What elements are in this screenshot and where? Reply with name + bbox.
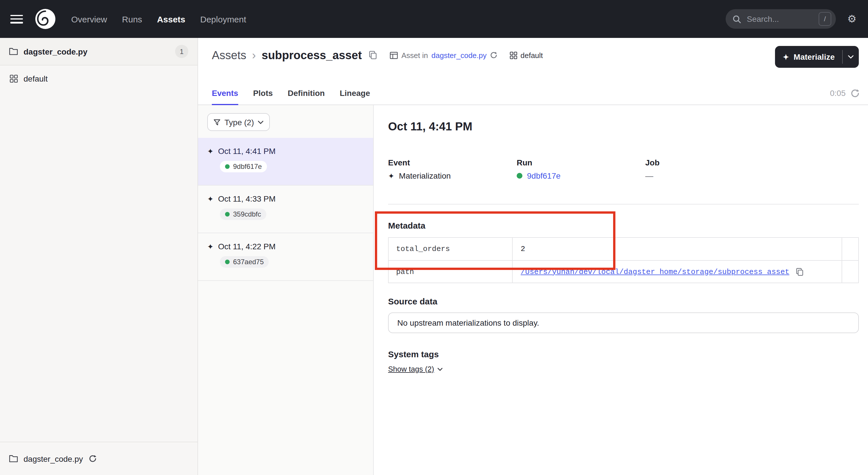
run-status-dot xyxy=(225,164,229,169)
event-list-item[interactable]: ✦ Oct 11, 4:41 PM 9dbf617e xyxy=(198,138,373,185)
asset-in-prefix: Asset in xyxy=(402,51,428,59)
metadata-value: 2 xyxy=(521,245,525,253)
gear-icon[interactable]: ⚙ xyxy=(847,14,857,24)
metadata-key: total_orders xyxy=(389,238,513,260)
reload-icon[interactable] xyxy=(89,455,96,463)
run-id: 637aed75 xyxy=(233,258,264,266)
navbar-right: / ⚙ xyxy=(725,9,857,29)
show-tags-label: Show tags (2) xyxy=(388,365,434,373)
system-tags-heading: System tags xyxy=(388,349,439,359)
search-shortcut-badge: / xyxy=(818,12,831,26)
event-detail-title: Oct 11, 4:41 PM xyxy=(388,120,472,133)
job-column-label: Job xyxy=(645,158,774,167)
type-filter-label: Type (2) xyxy=(224,117,254,127)
code-location-count-badge: 1 xyxy=(175,45,188,58)
show-tags-toggle[interactable]: Show tags (2) xyxy=(388,365,443,373)
event-column-label: Event xyxy=(388,158,517,167)
nav-item-runs[interactable]: Runs xyxy=(122,14,142,24)
run-id-badge[interactable]: 9dbf617e xyxy=(220,161,267,172)
filter-funnel-icon xyxy=(214,119,220,125)
source-data-heading: Source data xyxy=(388,296,437,306)
materialization-event-icon: ✦ xyxy=(207,195,214,203)
dagster-logo[interactable] xyxy=(34,8,56,30)
asset-in-code-location-link[interactable]: dagster_code.py xyxy=(431,51,487,59)
main-body: Type (2) ✦ Oct 11, 4:41 PM 9dbf617e xyxy=(198,105,868,475)
main-content: Assets › subprocess_asset Asset in dagst… xyxy=(198,38,868,475)
asset-sidebar: dagster_code.py 1 default dagster_code.p… xyxy=(0,38,198,475)
chevron-down-icon xyxy=(258,120,264,124)
sidebar-item-code-location[interactable]: dagster_code.py 1 xyxy=(0,38,197,65)
tab-events[interactable]: Events xyxy=(212,88,238,105)
asset-in-chip: Asset in dagster_code.py xyxy=(390,51,497,59)
type-filter-button[interactable]: Type (2) xyxy=(207,113,270,131)
search-input[interactable] xyxy=(746,14,814,24)
sidebar-footer-code-location[interactable]: dagster_code.py xyxy=(0,442,197,475)
screenshot-viewport: Overview Runs Assets Deployment / ⚙ dags… xyxy=(0,0,868,475)
materialization-event-icon: ✦ xyxy=(207,243,214,250)
asset-tabs: Events Plots Definition Lineage xyxy=(212,38,370,105)
event-timestamp: Oct 11, 4:41 PM xyxy=(218,146,276,156)
run-status-dot xyxy=(517,173,522,179)
event-summary-grid: Event Run Job ✦ Materialization 9dbf617e… xyxy=(388,158,774,180)
asset-group-icon xyxy=(10,75,18,83)
job-value: — xyxy=(645,171,774,180)
event-timestamp: Oct 11, 4:22 PM xyxy=(218,242,276,251)
tab-definition[interactable]: Definition xyxy=(288,88,324,105)
folder-icon xyxy=(9,455,18,463)
nav-item-overview[interactable]: Overview xyxy=(71,14,107,24)
group-chip-label: default xyxy=(520,51,543,59)
run-id-badge[interactable]: 359cdbfc xyxy=(220,208,266,220)
materialize-button[interactable]: ✦ Materialize xyxy=(775,46,859,68)
asset-header: Assets › subprocess_asset Asset in dagst… xyxy=(198,38,868,105)
table-row: path /Users/yuhan/dev/local/dagster_home… xyxy=(389,260,858,283)
top-navbar: Overview Runs Assets Deployment / ⚙ xyxy=(0,0,868,38)
materialization-event-icon: ✦ xyxy=(207,147,214,155)
tab-plots[interactable]: Plots xyxy=(253,88,273,105)
run-id: 359cdbfc xyxy=(233,210,261,218)
asset-group-icon xyxy=(509,51,517,59)
materialize-sparkle-icon: ✦ xyxy=(783,53,789,61)
copy-path-icon[interactable] xyxy=(796,267,804,276)
folder-icon xyxy=(9,48,18,55)
run-column-label: Run xyxy=(517,158,645,167)
primary-nav: Overview Runs Assets Deployment xyxy=(71,14,246,24)
materialization-event-icon: ✦ xyxy=(388,172,394,179)
run-id-badge[interactable]: 637aed75 xyxy=(220,256,269,268)
group-chip[interactable]: default xyxy=(509,51,543,59)
event-list-item[interactable]: ✦ Oct 11, 4:33 PM 359cdbfc xyxy=(198,185,373,233)
event-type-value: Materialization xyxy=(399,171,451,180)
search-box[interactable]: / xyxy=(725,9,836,29)
event-detail-panel: Oct 11, 4:41 PM Event Run Job ✦ Material… xyxy=(374,105,868,475)
source-data-empty-text: No upstream materializations to display. xyxy=(397,318,539,327)
timer-value: 0:05 xyxy=(830,88,846,98)
materialize-dropdown-button[interactable] xyxy=(843,46,859,68)
event-timestamp: Oct 11, 4:33 PM xyxy=(218,194,276,203)
event-list-item[interactable]: ✦ Oct 11, 4:22 PM 637aed75 xyxy=(198,233,373,281)
footer-code-location-label: dagster_code.py xyxy=(24,454,83,463)
run-id: 9dbf617e xyxy=(233,162,262,171)
nav-item-deployment[interactable]: Deployment xyxy=(200,14,246,24)
table-row: total_orders 2 xyxy=(389,238,858,260)
events-list-panel: Type (2) ✦ Oct 11, 4:41 PM 9dbf617e xyxy=(198,105,374,475)
run-id-link[interactable]: 9dbf617e xyxy=(527,171,561,180)
group-label: default xyxy=(24,74,48,83)
section-divider xyxy=(388,204,859,205)
run-status-dot xyxy=(225,260,229,264)
metadata-heading: Metadata xyxy=(388,220,425,230)
reload-code-location-icon[interactable] xyxy=(490,52,497,59)
refresh-timer: 0:05 xyxy=(830,88,860,98)
source-data-empty-state: No upstream materializations to display. xyxy=(388,313,859,333)
metadata-key: path xyxy=(389,261,513,283)
tab-lineage[interactable]: Lineage xyxy=(340,88,370,105)
nav-item-assets[interactable]: Assets xyxy=(157,14,185,24)
metadata-path-link[interactable]: /Users/yuhan/dev/local/dagster_home/stor… xyxy=(521,267,789,276)
metadata-table: total_orders 2 path /Users/yuhan/dev/loc… xyxy=(388,237,859,283)
chevron-down-icon xyxy=(437,367,443,371)
run-status-dot xyxy=(225,212,229,216)
sidebar-item-group-default[interactable]: default xyxy=(0,65,197,92)
dagster-app: Overview Runs Assets Deployment / ⚙ dags… xyxy=(0,0,868,475)
refresh-icon[interactable] xyxy=(851,89,859,97)
code-location-label: dagster_code.py xyxy=(24,47,88,56)
hamburger-menu-icon[interactable] xyxy=(10,14,23,23)
search-icon xyxy=(733,14,741,23)
